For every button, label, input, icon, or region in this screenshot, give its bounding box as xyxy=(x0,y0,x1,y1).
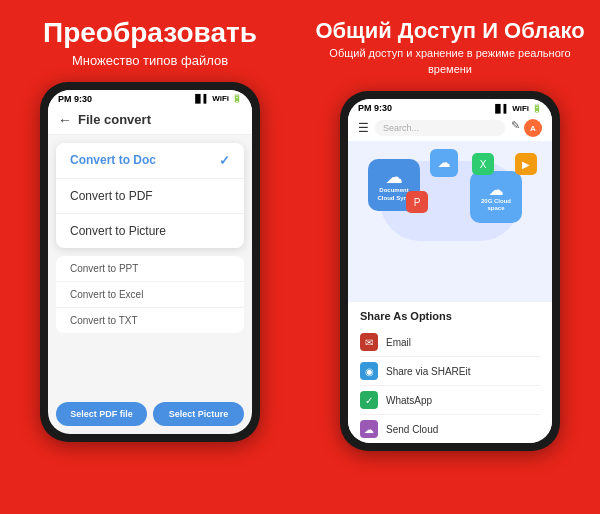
bottom-buttons: Select PDF file Select Picture xyxy=(48,394,252,434)
pdf-icon: P xyxy=(406,191,428,213)
share-whatsapp-label: WhatsApp xyxy=(386,395,432,406)
avatar[interactable]: A xyxy=(524,119,542,137)
time-left: PM 9:30 xyxy=(58,94,92,104)
share-shareit[interactable]: ◉ Share via SHAREit xyxy=(360,357,540,386)
signal-icon: ▐▌▌ xyxy=(192,94,209,103)
menu-item-doc[interactable]: Convert to Doc ✓ xyxy=(56,143,244,179)
convert-menu-list: Convert to Doc ✓ Convert to PDF Convert … xyxy=(56,143,244,248)
select-pdf-button[interactable]: Select PDF file xyxy=(56,402,147,426)
share-title: Share As Options xyxy=(360,310,540,322)
battery-icon-right: 🔋 xyxy=(532,104,542,113)
search-placeholder: Search... xyxy=(383,123,419,133)
share-as-options: Share As Options ✉ Email ◉ Share via SHA… xyxy=(348,302,552,443)
right-title: Общий Доступ И Облако xyxy=(315,18,584,44)
share-email[interactable]: ✉ Email xyxy=(360,328,540,357)
status-icons-right: ▐▌▌ WiFi 🔋 xyxy=(492,104,542,113)
menu-item-picture-label: Convert to Picture xyxy=(70,224,166,238)
right-phone-mockup: PM 9:30 ▐▌▌ WiFi 🔋 ☰ Search... ✎ A xyxy=(340,91,560,451)
share-email-label: Email xyxy=(386,337,411,348)
excel-icon: X xyxy=(472,153,494,175)
right-phone-screen: PM 9:30 ▐▌▌ WiFi 🔋 ☰ Search... ✎ A xyxy=(348,99,552,443)
edit-icon[interactable]: ✎ xyxy=(511,119,520,137)
menu-item-pdf-label: Convert to PDF xyxy=(70,189,153,203)
cloud-20g-icon: ☁ 20G Cloud space xyxy=(470,171,522,223)
menu-item-excel[interactable]: Convert to Excel xyxy=(56,282,244,308)
share-cloud-label: Send Cloud xyxy=(386,424,438,435)
menu-item-ppt[interactable]: Convert to PPT xyxy=(56,256,244,282)
app-header-title: File convert xyxy=(78,112,151,127)
menu-item-txt[interactable]: Convert to TXT xyxy=(56,308,244,333)
whatsapp-icon: ✓ xyxy=(360,391,378,409)
status-icons-left: ▐▌▌ WiFi 🔋 xyxy=(192,94,242,103)
header-icons: ✎ A xyxy=(511,119,542,137)
right-panel: Общий Доступ И Облако Общий доступ и хра… xyxy=(300,0,600,514)
status-bar-left: PM 9:30 ▐▌▌ WiFi 🔋 xyxy=(48,90,252,106)
check-icon: ✓ xyxy=(219,153,230,168)
left-title: Преобразовать xyxy=(43,18,257,49)
ppt-icon: ▶ xyxy=(515,153,537,175)
battery-icon: 🔋 xyxy=(232,94,242,103)
email-icon: ✉ xyxy=(360,333,378,351)
right-subtitle: Общий доступ и хранение в режиме реально… xyxy=(310,46,590,77)
wifi-icon: WiFi xyxy=(212,94,229,103)
shareit-icon: ◉ xyxy=(360,362,378,380)
signal-icon-right: ▐▌▌ xyxy=(492,104,509,113)
wifi-icon-right: WiFi xyxy=(512,104,529,113)
menu-item-doc-label: Convert to Doc xyxy=(70,153,156,167)
send-cloud-icon: ☁ xyxy=(360,420,378,438)
app-header-left: ← File convert xyxy=(48,106,252,135)
hamburger-icon[interactable]: ☰ xyxy=(358,121,369,135)
right-app-header: ☰ Search... ✎ A xyxy=(348,115,552,141)
left-panel: Преобразовать Множество типов файлов PM … xyxy=(0,0,300,514)
share-whatsapp[interactable]: ✓ WhatsApp xyxy=(360,386,540,415)
left-subtitle: Множество типов файлов xyxy=(72,53,228,68)
menu-item-picture[interactable]: Convert to Picture xyxy=(56,214,244,248)
share-cloud[interactable]: ☁ Send Cloud xyxy=(360,415,540,443)
status-bar-right: PM 9:30 ▐▌▌ WiFi 🔋 xyxy=(348,99,552,115)
cloud-small-icon: ☁ xyxy=(430,149,458,177)
menu-item-pdf[interactable]: Convert to PDF xyxy=(56,179,244,214)
share-shareit-label: Share via SHAREit xyxy=(386,366,470,377)
left-phone-screen: PM 9:30 ▐▌▌ WiFi 🔋 ← File convert Conver… xyxy=(48,90,252,434)
left-phone-mockup: PM 9:30 ▐▌▌ WiFi 🔋 ← File convert Conver… xyxy=(40,82,260,442)
back-arrow-icon[interactable]: ← xyxy=(58,112,72,128)
search-bar[interactable]: Search... xyxy=(375,120,505,136)
convert-menu-small: Convert to PPT Convert to Excel Convert … xyxy=(56,256,244,333)
time-right: PM 9:30 xyxy=(358,103,392,113)
cloud-visualization: ☁ Document Cloud Sync ☁ ☁ 20G Cloud spac… xyxy=(348,141,552,302)
select-picture-button[interactable]: Select Picture xyxy=(153,402,244,426)
